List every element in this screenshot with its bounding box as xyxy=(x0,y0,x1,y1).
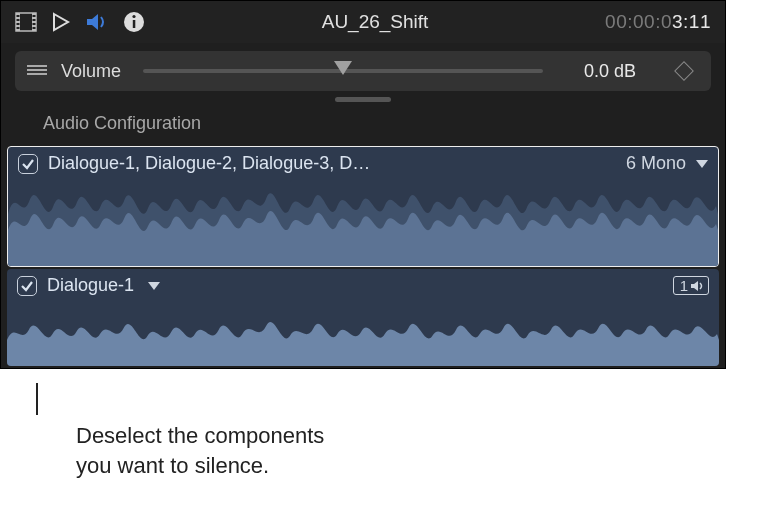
waveform-display xyxy=(8,178,718,266)
play-triangle-icon[interactable] xyxy=(51,12,71,32)
component-name-label: Dialogue-1 xyxy=(47,275,134,296)
svg-rect-9 xyxy=(33,23,36,25)
volume-slider[interactable] xyxy=(143,69,543,73)
svg-rect-8 xyxy=(33,19,36,21)
svg-marker-12 xyxy=(87,14,98,30)
svg-marker-19 xyxy=(691,281,698,291)
inspector-topbar: AU_26_Shift 00:00:03:11 xyxy=(1,1,725,43)
component-header: Dialogue-1 1 xyxy=(7,269,719,300)
channel-badge[interactable]: 1 xyxy=(673,276,709,295)
svg-rect-18 xyxy=(27,73,47,75)
svg-marker-11 xyxy=(54,14,68,30)
svg-rect-14 xyxy=(133,20,136,28)
volume-label: Volume xyxy=(61,61,121,82)
component-enable-checkbox[interactable] xyxy=(18,154,38,174)
svg-rect-7 xyxy=(33,15,36,17)
svg-rect-3 xyxy=(17,15,20,17)
volume-row: Volume 0.0 dB xyxy=(15,51,711,91)
volume-slider-knob[interactable] xyxy=(334,61,352,75)
audio-component-row[interactable]: Dialogue-1 1 xyxy=(7,269,719,366)
topbar-icon-group xyxy=(15,11,145,33)
svg-rect-5 xyxy=(17,23,20,25)
component-header: Dialogue-1, Dialogue-2, Dialogue-3, D… 6… xyxy=(8,147,718,178)
speaker-volume-icon[interactable] xyxy=(85,12,109,32)
svg-rect-10 xyxy=(33,27,36,29)
chevron-down-icon xyxy=(696,160,708,168)
callout-text: Deselect the components you want to sile… xyxy=(76,421,758,480)
waveform-display xyxy=(7,300,719,366)
filmstrip-icon[interactable] xyxy=(15,12,37,32)
section-title: Audio Configuration xyxy=(1,103,725,144)
info-icon[interactable] xyxy=(123,11,145,33)
clip-title: AU_26_Shift xyxy=(159,11,591,33)
audio-component-row[interactable]: Dialogue-1, Dialogue-2, Dialogue-3, D… 6… xyxy=(7,146,719,267)
callout-leader-line xyxy=(36,383,38,415)
volume-value[interactable]: 0.0 dB xyxy=(565,61,655,82)
audio-inspector-panel: AU_26_Shift 00:00:03:11 Volume 0.0 dB Au… xyxy=(0,0,726,369)
svg-rect-16 xyxy=(27,65,47,67)
volume-row-icon[interactable] xyxy=(27,63,47,80)
svg-rect-4 xyxy=(17,19,20,21)
chevron-down-icon[interactable] xyxy=(148,282,160,290)
callout: Deselect the components you want to sile… xyxy=(26,383,758,480)
timecode-display: 00:00:03:11 xyxy=(605,11,711,33)
channel-config-popup[interactable]: 6 Mono xyxy=(626,153,708,174)
component-name-label: Dialogue-1, Dialogue-2, Dialogue-3, D… xyxy=(48,153,370,174)
svg-point-15 xyxy=(132,15,135,18)
svg-rect-6 xyxy=(17,27,20,29)
svg-rect-17 xyxy=(27,69,47,71)
component-enable-checkbox[interactable] xyxy=(17,276,37,296)
keyframe-diamond-icon[interactable] xyxy=(674,61,694,81)
